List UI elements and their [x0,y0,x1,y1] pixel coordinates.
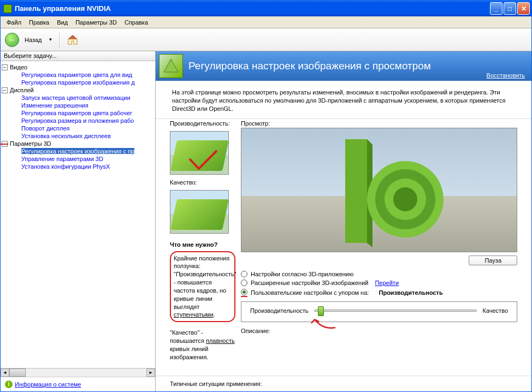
back-label[interactable]: Назад [22,37,44,43]
quality-label: Качество: [170,178,235,187]
typical-section: Типичные ситуации применения: [156,376,531,391]
tree-item[interactable]: Установка конфигурации PhysX [21,163,110,170]
perf-thumbnail [170,131,229,175]
window-title: Панель управления NVIDIA [15,4,490,13]
page-banner: Регулировка настроек изображения с просм… [156,51,531,81]
page-description: На этой странице можно просмотреть резул… [156,81,531,118]
radio-label: Настройки согласно 3D-приложению [251,271,353,277]
content-pane: Регулировка настроек изображения с просм… [156,51,531,391]
tree-item[interactable]: Установка нескольких дисплеев [21,133,111,139]
annotation-red-arrow [309,317,336,330]
tree-toggle-video[interactable]: − [2,64,8,70]
quality-thumbnail [170,190,229,234]
menu-help[interactable]: Справка [121,18,152,27]
scroll-thumb[interactable] [9,369,26,377]
maximize-button[interactable]: □ [504,2,516,15]
radio-label: Пользовательские настройки с упором на: [251,289,369,296]
settings-area: Производительность: Качество: Что мне ну… [156,118,531,376]
app-window: Панель управления NVIDIA _ □ ✕ Файл Прав… [0,0,532,392]
annotation-red-line [1,144,8,145]
preview-3d-viewport [241,128,517,252]
system-info-link[interactable]: Информация о системе [15,381,81,388]
left-column: Производительность: Качество: Что мне ну… [170,119,235,372]
tree-item[interactable]: Управление параметрами 3D [21,156,103,162]
page-title: Регулировка настроек изображения с просм… [188,60,487,72]
scroll-left-icon[interactable]: ◄ [1,369,9,377]
preview-label: Просмотр: [241,119,517,128]
minimize-button[interactable]: _ [490,2,503,15]
tree-toggle-display[interactable]: − [2,87,8,93]
custom-emphasis-value: Производительность [379,289,443,296]
scroll-right-icon[interactable]: ► [146,369,155,377]
tree-item[interactable]: Регулировка размера и положения рабо [21,117,134,124]
quality-slider[interactable] [314,310,477,312]
pause-button[interactable]: Пауза [469,256,517,265]
tree-cat-video: Видео [10,64,27,70]
sidebar-header: Выберите задачу... [1,51,155,61]
sidebar-footer: i Информация о системе [1,377,155,391]
slider-label-left: Производительность [250,307,309,314]
radio-custom[interactable] [241,289,247,295]
tree-item-selected[interactable]: Регулировка настроек изображения с пр [21,148,134,155]
help-text-circled: Крайние положения ползунка: "Производите… [170,251,235,323]
help-header: Что мне нужно? [170,241,235,248]
tree-item[interactable]: Регулировка параметров изображения д [21,79,135,86]
nvidia-logo-icon [3,4,12,13]
help-link-stepped[interactable]: ступенчатыми [174,311,214,318]
right-column: Просмотр: Пауза Настройки согласно 3D-пр… [241,119,517,372]
restore-link[interactable]: Восстановить [487,72,525,79]
menu-edit[interactable]: Правка [25,18,53,27]
description-label: Описание: [241,328,517,334]
sidebar-hscroll[interactable]: ◄ ► [1,368,155,377]
help-link-smooth[interactable]: плавность [206,337,235,344]
radio-app-settings[interactable] [241,271,247,277]
back-dropdown-icon[interactable]: ▼ [48,37,54,42]
tree-item[interactable]: Поворот дисплея [21,125,69,132]
menu-view[interactable]: Вид [53,18,72,27]
toolbar-separator [59,32,60,47]
tree-item[interactable]: Регулировка параметров цвета рабочег [21,110,132,116]
menu-file[interactable]: Файл [3,18,25,27]
preview-3d-object-icon [334,134,449,248]
radio-label: Расширенные настройки 3D-изображений [251,280,368,286]
goto-link[interactable]: Перейти [375,280,399,286]
task-tree: −Видео Регулировка параметров цвета для … [1,61,155,368]
home-button[interactable] [65,32,80,47]
toolbar: ← Назад ▼ [1,28,531,51]
slider-thumb[interactable] [318,306,324,316]
slider-box: Производительность Качество [241,301,517,322]
radio-advanced[interactable] [241,280,247,286]
sidebar: Выберите задачу... −Видео Регулировка па… [1,51,156,391]
close-button[interactable]: ✕ [517,2,530,15]
tree-item[interactable]: Изменение разрешения [21,102,88,109]
back-arrow-icon: ← [8,35,16,45]
tree-item[interactable]: Регулировка параметров цвета для вид [21,72,132,78]
tree-cat-3d: Параметры 3D [10,140,51,147]
perf-label: Производительность: [170,119,235,128]
help-text-2: "Качество" - повышается плавность кривых… [170,329,235,361]
slider-label-right: Качество [482,307,508,314]
tree-cat-display: Дисплей [10,87,34,93]
tree-item[interactable]: Запуск мастера цветовой оптимизации [21,94,131,101]
home-icon [67,34,79,46]
menu-params3d[interactable]: Параметры 3D [72,18,121,27]
titlebar[interactable]: Панель управления NVIDIA _ □ ✕ [1,1,531,16]
menu-bar: Файл Правка Вид Параметры 3D Справка [1,16,531,28]
main-area: Выберите задачу... −Видео Регулировка па… [1,51,531,391]
info-icon: i [5,381,13,388]
banner-3d-icon [159,54,183,78]
back-button[interactable]: ← [5,33,19,47]
